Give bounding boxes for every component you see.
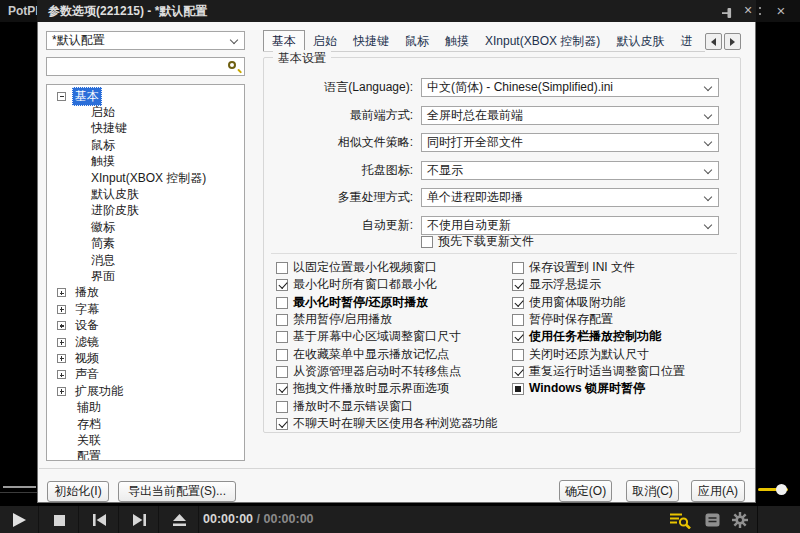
tab-hotkeys[interactable]: 快捷键 <box>345 31 397 51</box>
checkbox-item[interactable]: 关闭时还原为默认尺寸 <box>512 347 649 362</box>
tab-mouse[interactable]: 鼠标 <box>397 31 437 51</box>
language-select[interactable]: 中文(简体) - Chinese(Simplified).ini <box>421 78 719 97</box>
checkbox-item[interactable]: 播放时不显示错误窗口 <box>276 399 413 414</box>
tree-item[interactable]: 视频 <box>47 350 244 366</box>
search-input[interactable] <box>49 59 224 74</box>
expand-icon[interactable] <box>57 370 66 379</box>
pin-icon[interactable] <box>721 5 733 17</box>
search-icon[interactable] <box>228 61 236 69</box>
multi-instance-select[interactable]: 单个进程即选即播 <box>421 188 719 207</box>
checkbox-item[interactable]: 最小化时所有窗口都最小化 <box>276 277 437 292</box>
tab-touch[interactable]: 触摸 <box>437 31 477 51</box>
playlist-search-icon <box>670 512 691 529</box>
stop-button[interactable] <box>50 514 68 526</box>
ok-button[interactable]: 确定(O) <box>559 480 612 502</box>
seekbar-track <box>0 492 37 493</box>
eject-button[interactable] <box>170 514 188 526</box>
expand-icon[interactable] <box>57 338 66 347</box>
checkbox-item[interactable]: 在收藏菜单中显示播放记忆点 <box>276 347 449 362</box>
checkbox-label: 关闭时还原为默认尺寸 <box>529 346 649 363</box>
tab-startup[interactable]: 启始 <box>305 31 345 51</box>
tree-item[interactable]: 默认皮肤 <box>47 186 244 202</box>
apply-button[interactable]: 应用(A) <box>691 480 745 502</box>
dialog-close-button[interactable]: × <box>739 0 757 22</box>
checkbox-label: 拖拽文件播放时显示界面选项 <box>293 380 449 397</box>
tree-item[interactable]: 启始 <box>47 104 244 120</box>
checkbox-item[interactable]: 使用任务栏播放控制功能 <box>512 329 661 344</box>
checkbox-item[interactable]: 暂停时保存配置 <box>512 312 613 327</box>
tree-item[interactable]: 声音 <box>47 367 244 383</box>
control-panel-button[interactable] <box>703 513 721 527</box>
expand-icon[interactable] <box>57 387 66 396</box>
tree-item[interactable]: 存档 <box>47 416 244 432</box>
checkbox-label: 显示浮悬提示 <box>529 276 601 293</box>
tree-item[interactable]: 鼠标 <box>47 137 244 153</box>
tab-xinput[interactable]: XInput(XBOX 控制器) <box>477 31 608 51</box>
checkbox-item[interactable]: 禁用暂停/启用播放 <box>276 312 392 327</box>
expand-icon[interactable] <box>57 321 66 330</box>
profile-select[interactable]: *默认配置 <box>46 31 245 50</box>
play-button[interactable] <box>8 512 30 528</box>
expand-icon[interactable] <box>57 288 66 297</box>
seekbar[interactable] <box>3 486 36 488</box>
similar-files-select-value: 同时打开全部文件 <box>427 135 523 149</box>
tree-item[interactable]: XInput(XBOX 控制器) <box>47 170 244 186</box>
initialize-button[interactable]: 初始化(I) <box>47 481 109 502</box>
collapse-icon[interactable] <box>57 92 66 101</box>
tree-item[interactable]: 界面 <box>47 268 244 284</box>
checkbox-item[interactable]: Windows 锁屏时暂停 <box>512 381 645 396</box>
tree-item[interactable]: 触摸 <box>47 154 244 170</box>
checkbox-item[interactable]: 最小化时暂停/还原时播放 <box>276 295 428 310</box>
tree-item[interactable]: 设备 <box>47 317 244 333</box>
expand-icon[interactable] <box>57 305 66 314</box>
tree-item[interactable]: 辅助 <box>47 399 244 415</box>
tree-item[interactable]: 简素 <box>47 236 244 252</box>
checkbox-icon <box>512 331 524 343</box>
tree-item[interactable]: 配置 <box>47 449 244 461</box>
tab-scroll-right-button[interactable] <box>724 33 741 50</box>
previous-button[interactable] <box>90 514 108 526</box>
tab-basic[interactable]: 基本 <box>263 30 305 52</box>
similar-files-select[interactable]: 同时打开全部文件 <box>421 133 719 152</box>
volume-slider-knob[interactable] <box>776 484 787 495</box>
checkbox-item[interactable]: 不聊天时在聊天区使用各种浏览器功能 <box>276 416 497 431</box>
checkbox-item[interactable]: 重复运行时适当调整窗口位置 <box>512 364 685 379</box>
checkbox-item[interactable]: 以固定位置最小化视频窗口 <box>276 260 437 275</box>
field-label: 相似文件策略: <box>265 133 413 152</box>
time-current: 00:00:00 <box>203 512 253 526</box>
tray-icon-select[interactable]: 不显示 <box>421 161 719 180</box>
checkbox-predownload-update[interactable]: 预先下载更新文件 <box>421 234 534 249</box>
dialog-titlebar[interactable]: 参数选项(221215) - *默认配置 × <box>37 0 756 22</box>
tab-scroll-left-button[interactable] <box>705 33 722 50</box>
tree-item[interactable]: 徽标 <box>47 219 244 235</box>
tab-default-skin[interactable]: 默认皮肤 <box>608 31 672 51</box>
checkbox-item[interactable]: 从资源管理器启动时不转移焦点 <box>276 364 461 379</box>
tree-item[interactable]: 播放 <box>47 285 244 301</box>
tree-item[interactable]: 基本 <box>47 88 244 104</box>
tree-item[interactable]: 快捷键 <box>47 121 244 137</box>
settings-button[interactable] <box>731 512 749 528</box>
checkbox-icon <box>512 349 524 361</box>
tab-truncated[interactable]: 进 <box>672 31 700 51</box>
cancel-button[interactable]: 取消(C) <box>626 480 679 502</box>
tree-item[interactable]: 消息 <box>47 252 244 268</box>
tree-item[interactable]: 进阶皮肤 <box>47 203 244 219</box>
export-config-button[interactable]: 导出当前配置(S)... <box>118 481 236 502</box>
eject-icon <box>173 514 186 526</box>
topmost-select[interactable]: 全屏时总在最前端 <box>421 106 719 125</box>
checkbox-item[interactable]: 显示浮悬提示 <box>512 277 601 292</box>
tree-item[interactable]: 字幕 <box>47 301 244 317</box>
checkbox-label: 不聊天时在聊天区使用各种浏览器功能 <box>293 415 497 432</box>
settings-searchbox[interactable] <box>46 57 245 76</box>
checkbox-item[interactable]: 基于屏幕中心区域调整窗口尺寸 <box>276 329 461 344</box>
tree-item[interactable]: 滤镜 <box>47 334 244 350</box>
tree-item[interactable]: 扩展功能 <box>47 383 244 399</box>
expand-icon[interactable] <box>57 354 66 363</box>
tree-item[interactable]: 关联 <box>47 432 244 448</box>
checkbox-item[interactable]: 保存设置到 INI 文件 <box>512 260 635 275</box>
checkbox-item[interactable]: 拖拽文件播放时显示界面选项 <box>276 381 449 396</box>
checkbox-item[interactable]: 使用窗体吸附功能 <box>512 295 625 310</box>
playlist-search-button[interactable] <box>669 512 691 528</box>
main-close-button[interactable]: × <box>770 0 792 22</box>
next-button[interactable] <box>130 514 148 526</box>
